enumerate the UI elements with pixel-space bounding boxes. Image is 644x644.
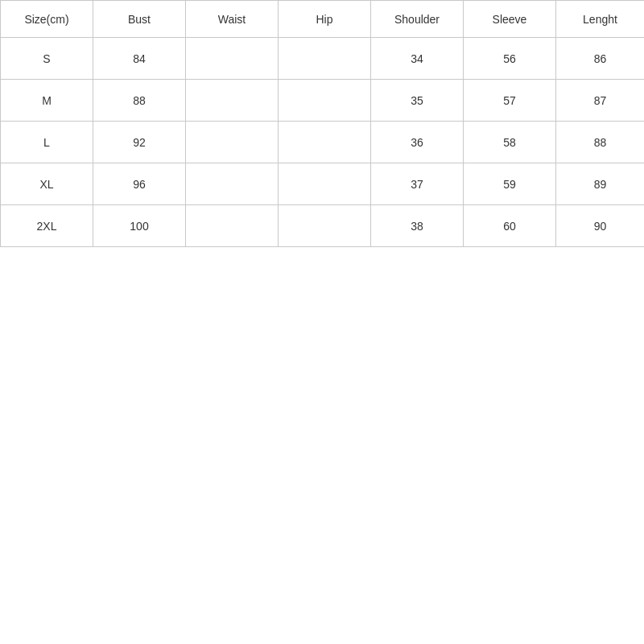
cell-shoulder: 37: [371, 163, 464, 205]
table-header-row: Size(cm) Bust Waist Hip Shoulder Sleeve …: [1, 1, 645, 38]
cell-bust: 84: [93, 38, 186, 80]
cell-size: L: [1, 122, 93, 163]
cell-sleeve: 56: [464, 38, 556, 80]
cell-sleeve: 59: [464, 163, 556, 205]
cell-sleeve: 60: [464, 205, 556, 247]
cell-bust: 92: [93, 122, 186, 163]
cell-size: M: [1, 80, 93, 122]
cell-size: XL: [1, 163, 93, 205]
cell-length: 89: [556, 163, 645, 205]
header-waist: Waist: [186, 1, 279, 38]
cell-length: 90: [556, 205, 645, 247]
cell-bust: 96: [93, 163, 186, 205]
cell-length: 86: [556, 38, 645, 80]
cell-hip: [279, 163, 371, 205]
cell-length: 87: [556, 80, 645, 122]
header-shoulder: Shoulder: [371, 1, 464, 38]
cell-bust: 88: [93, 80, 186, 122]
page-container: Size(cm) Bust Waist Hip Shoulder Sleeve …: [0, 0, 644, 644]
cell-bust: 100: [93, 205, 186, 247]
table-row: S84345686: [1, 38, 645, 80]
cell-waist: [186, 80, 279, 122]
header-bust: Bust: [93, 1, 186, 38]
cell-size: S: [1, 38, 93, 80]
cell-shoulder: 38: [371, 205, 464, 247]
header-size: Size(cm): [1, 1, 93, 38]
cell-waist: [186, 38, 279, 80]
cell-sleeve: 58: [464, 122, 556, 163]
cell-shoulder: 36: [371, 122, 464, 163]
cell-size: 2XL: [1, 205, 93, 247]
cell-waist: [186, 205, 279, 247]
header-sleeve: Sleeve: [464, 1, 556, 38]
cell-waist: [186, 122, 279, 163]
cell-waist: [186, 163, 279, 205]
header-hip: Hip: [279, 1, 371, 38]
table-row: M88355787: [1, 80, 645, 122]
cell-length: 88: [556, 122, 645, 163]
cell-sleeve: 57: [464, 80, 556, 122]
header-length: Lenght: [556, 1, 645, 38]
cell-hip: [279, 205, 371, 247]
size-table: Size(cm) Bust Waist Hip Shoulder Sleeve …: [0, 0, 644, 247]
table-row: L92365888: [1, 122, 645, 163]
cell-hip: [279, 38, 371, 80]
cell-hip: [279, 80, 371, 122]
cell-shoulder: 34: [371, 38, 464, 80]
cell-shoulder: 35: [371, 80, 464, 122]
cell-hip: [279, 122, 371, 163]
table-row: 2XL100386090: [1, 205, 645, 247]
table-row: XL96375989: [1, 163, 645, 205]
